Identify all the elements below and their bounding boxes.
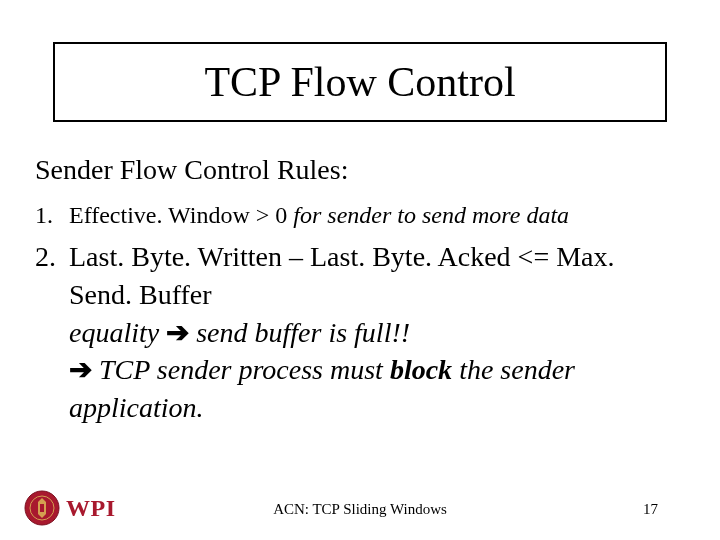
rule-1-number: 1.: [35, 200, 69, 230]
footer-center: ACN: TCP Sliding Windows: [0, 501, 720, 518]
rule-2: 2.Last. Byte. Written – Last. Byte. Acke…: [35, 238, 680, 427]
page-number: 17: [643, 501, 658, 518]
rule-1: 1.Effective. Window > 0 for sender to se…: [35, 200, 680, 230]
slide-title: TCP Flow Control: [204, 58, 515, 106]
arrow-icon: ➔: [69, 354, 92, 385]
arrow-icon: ➔: [166, 317, 189, 348]
slide: TCP Flow Control Sender Flow Control Rul…: [0, 0, 720, 540]
rule-1-condition: Effective. Window > 0: [69, 202, 287, 228]
rule-2-number: 2.: [35, 238, 69, 276]
rule-2-line1: Last. Byte. Written – Last. Byte. Acked …: [69, 241, 615, 310]
rule-1-rest: for sender to send more data: [287, 202, 569, 228]
rule-2-proc1: TCP sender process must: [92, 354, 390, 385]
title-box: TCP Flow Control: [53, 42, 667, 122]
rule-2-body: Last. Byte. Written – Last. Byte. Acked …: [69, 238, 659, 427]
rule-2-block: block: [390, 354, 452, 385]
subtitle: Sender Flow Control Rules:: [35, 154, 348, 186]
rule-2-full: send buffer is full!!: [189, 317, 410, 348]
rule-2-equality: equality: [69, 317, 166, 348]
